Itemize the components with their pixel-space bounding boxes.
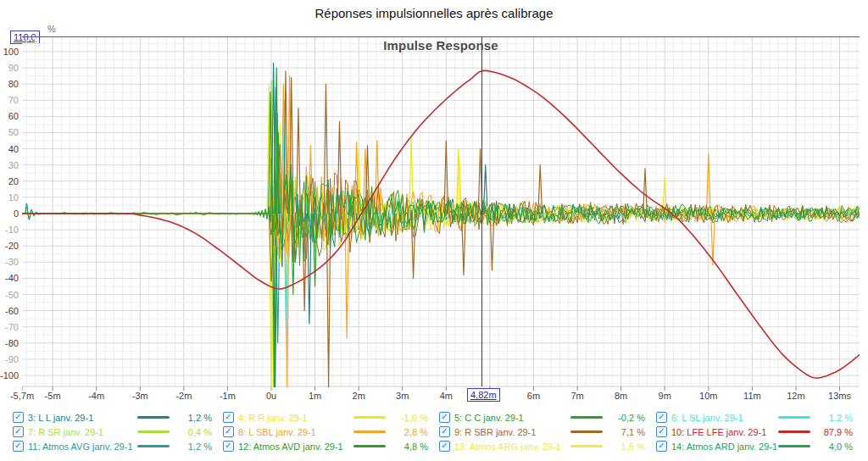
legend-item: ✓7: R SR janv. 29-10,4 % <box>13 425 223 439</box>
y-tick-label: 80 <box>0 79 19 89</box>
legend-label: 8: L SBL janv. 29-1 <box>238 427 353 437</box>
x-tick-label: -2m <box>175 391 192 401</box>
impulse-chart-canvas[interactable] <box>22 36 860 392</box>
y-tick-label: 90 <box>0 63 19 73</box>
legend-color-swatch <box>137 430 170 433</box>
legend-color-swatch <box>570 430 603 433</box>
noise-traces <box>22 63 860 386</box>
trace-visibility-checkbox[interactable]: ✓ <box>13 412 24 423</box>
legend-item: ✓3: L L janv. 29-11,2 % <box>13 410 223 425</box>
y-tick-label: 30 <box>0 160 19 170</box>
trace-visibility-checkbox[interactable]: ✓ <box>439 441 450 452</box>
y-tick-label: -20 <box>0 241 19 251</box>
trace-visibility-checkbox[interactable]: ✓ <box>13 441 24 452</box>
legend-item: ✓13: Atmos ARG janv. 29-11,5 % <box>439 439 656 453</box>
legend-percent-value: -0,2 % <box>603 413 645 423</box>
trace-visibility-checkbox[interactable]: ✓ <box>223 412 234 423</box>
legend-label: 4: R R janv. 29-1 <box>238 413 353 423</box>
legend-column: ✓4: R R janv. 29-1-1,0 %✓8: L SBL janv. … <box>223 410 439 453</box>
legend-percent-value: 2,8 % <box>386 427 428 437</box>
trace-visibility-checkbox[interactable]: ✓ <box>656 441 667 452</box>
y-tick-label: -60 <box>0 306 19 316</box>
legend-item: ✓9: R SBR janv. 29-17,1 % <box>439 425 656 439</box>
y-tick-label: 0 <box>0 208 19 219</box>
legend-percent-value: 87,9 % <box>810 427 853 437</box>
legend-percent-value: -1,0 % <box>386 413 428 423</box>
y-tick-label: 10 <box>0 192 19 203</box>
legend-label: 6: L SL janv. 29-1 <box>671 413 778 423</box>
x-tick-label: 9m <box>659 391 671 401</box>
y-tick-label: 50 <box>0 127 19 137</box>
x-tick-label: 13ms <box>828 391 851 401</box>
legend-label: 5: C C janv. 29-1 <box>454 413 570 423</box>
y-tick-label: -70 <box>0 322 19 332</box>
x-tick-label: 2m <box>353 391 365 401</box>
x-tick-label: 7m <box>570 391 583 401</box>
y-tick-label: 70 <box>0 95 19 105</box>
trace-visibility-checkbox[interactable]: ✓ <box>656 412 667 423</box>
trace-visibility-checkbox[interactable]: ✓ <box>223 426 234 437</box>
legend-column: ✓3: L L janv. 29-11,2 %✓7: R SR janv. 29… <box>13 410 223 453</box>
legend-item: ✓6: L SL janv. 29-11,2 % <box>656 410 864 425</box>
x-tick-label: 10m <box>699 391 717 401</box>
x-tick-label: -4m <box>88 391 104 401</box>
legend-item: ✓10: LFE LFE janv. 29-187,9 % <box>656 425 864 439</box>
x-tick-label: 4m <box>440 391 453 401</box>
trace-visibility-checkbox[interactable]: ✓ <box>439 412 450 423</box>
legend-color-swatch <box>778 416 810 419</box>
legend-column: ✓5: C C janv. 29-1-0,2 %✓9: R SBR janv. … <box>439 410 656 453</box>
legend-percent-value: 1,2 % <box>170 442 212 452</box>
trace-visibility-checkbox[interactable]: ✓ <box>439 426 450 437</box>
y-tick-label: -100 <box>0 370 19 380</box>
page-title: Réponses impulsionnelles après calibrage <box>0 6 868 20</box>
legend-color-swatch <box>778 430 810 433</box>
x-tick-label: 1m <box>309 391 321 401</box>
legend-item: ✓4: R R janv. 29-1-1,0 % <box>223 410 439 425</box>
y-tick-label: -40 <box>0 273 19 283</box>
trace-visibility-checkbox[interactable]: ✓ <box>223 441 234 452</box>
x-tick-label: -3m <box>132 391 148 401</box>
x-tick-label: 12m <box>787 391 804 401</box>
legend-percent-value: 4,0 % <box>810 442 853 452</box>
legend-column: ✓6: L SL janv. 29-11,2 %✓10: LFE LFE jan… <box>656 410 864 453</box>
legend-item: ✓8: L SBL janv. 29-12,8 % <box>223 425 439 439</box>
app-window: Réponses impulsionnelles après calibrage… <box>0 0 868 461</box>
legend-percent-value: 0,4 % <box>170 427 212 437</box>
x-tick-label: -1m <box>220 391 236 401</box>
legend-percent-value: 1,2 % <box>810 413 853 423</box>
legend-label: 9: R SBR janv. 29-1 <box>454 427 570 437</box>
y-tick-label: -30 <box>0 257 19 267</box>
y-tick-label: 100 <box>0 47 19 57</box>
legend-color-swatch <box>137 416 170 419</box>
legend-percent-value: 4,8 % <box>386 442 428 452</box>
y-tick-label: -10 <box>0 225 19 235</box>
legend-label: 11: Atmos AVG janv. 29-1 <box>28 442 137 452</box>
cursor-position-field[interactable]: 4,82m <box>467 388 500 402</box>
legend-percent-value: 1,5 % <box>603 442 645 452</box>
legend-label: 12: Atmos AVD janv. 29-1 <box>238 442 353 452</box>
legend-item: ✓11: Atmos AVG janv. 29-11,2 % <box>13 439 223 453</box>
y-tick-label: -90 <box>0 354 19 364</box>
legend-color-swatch <box>353 430 386 433</box>
trace-visibility-checkbox[interactable]: ✓ <box>13 426 24 437</box>
legend-label: 14: Atmos ARD janv. 29-1 <box>671 442 778 452</box>
x-tick-label: -5m <box>45 391 61 401</box>
legend-percent-value: 7,1 % <box>603 427 645 437</box>
legend-label: 7: R SR janv. 29-1 <box>28 427 137 437</box>
x-tick-label: -5,7m <box>10 391 34 401</box>
y-axis-unit-label: % <box>47 24 56 34</box>
chart-inner-title: Impulse Response <box>22 38 860 53</box>
y-tick-label: -80 <box>0 338 19 348</box>
x-tick-label: 8m <box>615 391 627 401</box>
legend-item: ✓12: Atmos AVD janv. 29-14,8 % <box>223 439 439 453</box>
legend-color-swatch <box>778 445 810 447</box>
y-tick-label: 40 <box>0 144 19 154</box>
legend-label: 3: L L janv. 29-1 <box>28 413 137 423</box>
trace-visibility-checkbox[interactable]: ✓ <box>656 426 667 437</box>
x-tick-label: 0u <box>266 391 276 401</box>
y-tick-label: -50 <box>0 290 19 300</box>
y-tick-label: 60 <box>0 111 19 121</box>
legend-item: ✓5: C C janv. 29-1-0,2 % <box>439 410 656 425</box>
x-tick-label: 11m <box>743 391 761 401</box>
legend: ✓3: L L janv. 29-11,2 %✓7: R SR janv. 29… <box>13 410 864 453</box>
